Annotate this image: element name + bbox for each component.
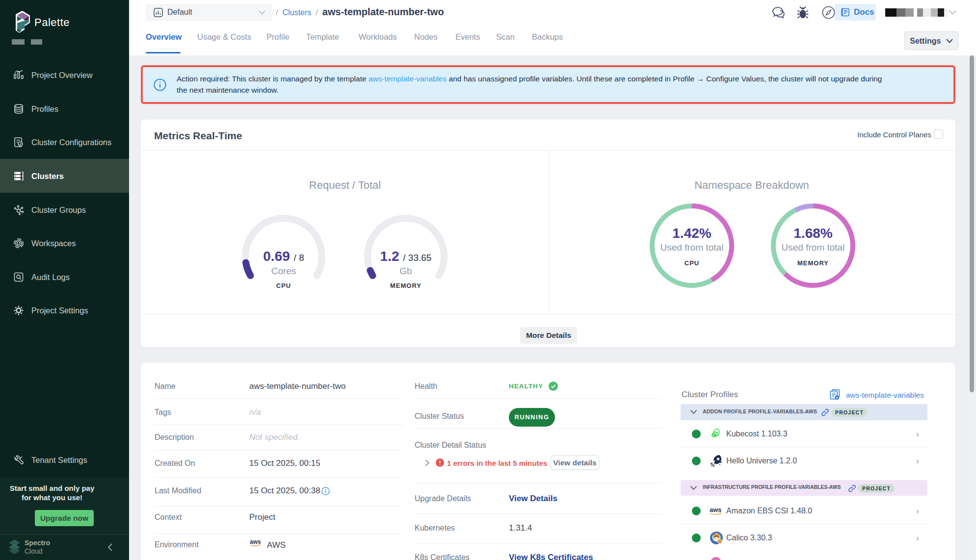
svg-text:aws: aws [710, 506, 722, 513]
svg-text:aws: aws [250, 538, 261, 545]
